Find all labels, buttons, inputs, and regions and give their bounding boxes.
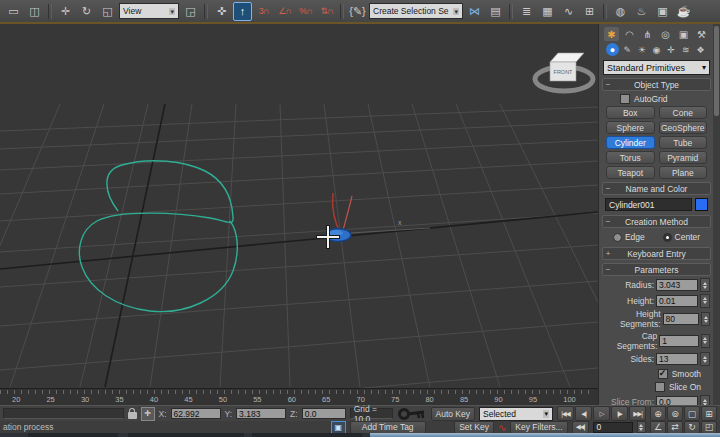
percent-snap-icon[interactable]: %∩ (296, 2, 315, 21)
param-spinner[interactable] (700, 395, 710, 405)
toolbar-separator[interactable] (603, 3, 607, 20)
edge-radio[interactable]: Edge (613, 232, 645, 242)
keyboard-entry-rollout-header[interactable]: + Keyboard Entry (602, 247, 711, 260)
material-editor-icon[interactable]: ◍ (611, 2, 630, 21)
isolate-selection-toggle[interactable]: ▣ (331, 421, 346, 434)
selection-filter-dropdown[interactable]: Selected (479, 407, 553, 421)
scene-explorer-icon[interactable]: ▦ (538, 2, 557, 21)
go-to-start-button[interactable]: |◀◀ (557, 406, 574, 421)
play-button[interactable]: ▷ (593, 406, 610, 421)
panel-scrollbar-thumb[interactable] (714, 26, 719, 116)
snap-toggle-3d-icon[interactable]: 3∩ (254, 2, 273, 21)
param-value-field[interactable]: 80 (663, 313, 700, 325)
param-value-field[interactable]: 1 (659, 335, 698, 347)
field-of-view-icon[interactable]: ∠ (650, 421, 666, 434)
align-icon[interactable]: ▤ (486, 2, 505, 21)
new-key-settings-icon[interactable]: ∿ (498, 422, 506, 433)
create-tab[interactable]: ✱ (604, 27, 619, 41)
param-spinner[interactable] (700, 352, 710, 366)
select-and-rotate-icon[interactable]: ↻ (77, 2, 96, 21)
param-spinner[interactable] (701, 312, 710, 326)
geosphere-button[interactable]: GeoSphere (659, 121, 708, 134)
param-spinner[interactable] (700, 294, 710, 308)
maximize-viewport-icon[interactable]: ◰ (701, 421, 717, 434)
previous-frame-button[interactable]: ◀| (575, 406, 592, 421)
hierarchy-tab[interactable]: ⋔ (640, 27, 655, 41)
rendered-frame-window-icon[interactable]: ▣ (653, 2, 672, 21)
render-setup-icon[interactable]: ♨ (632, 2, 651, 21)
rectangular-selection-region-icon[interactable]: ▭ (4, 2, 23, 21)
cone-button[interactable]: Cone (659, 106, 708, 119)
rollout-toggle[interactable]: − (603, 80, 613, 89)
time-slider[interactable]: 20253035404550556065707580859095100 (0, 388, 598, 405)
schematic-view-icon[interactable]: ⊞ (580, 2, 599, 21)
absolute-mode-transform-icon[interactable]: ✛ (141, 407, 155, 421)
status-line-field[interactable] (3, 408, 124, 419)
select-and-move-icon[interactable]: ✛ (56, 2, 75, 21)
object-color-swatch[interactable] (695, 198, 708, 211)
toolbar-separator[interactable] (509, 3, 513, 20)
go-to-end-button[interactable]: ▶▶| (629, 406, 646, 421)
lights-category-icon[interactable]: ☀ (635, 43, 648, 56)
shapes-category-icon[interactable]: ✎ (621, 43, 634, 56)
center-radio[interactable]: Center (663, 232, 701, 242)
toolbar-separator[interactable] (340, 3, 344, 20)
pan-icon[interactable]: ⇄ (667, 421, 683, 434)
toolbar-separator[interactable] (204, 3, 208, 20)
curve-editor-icon[interactable]: ∿ (559, 2, 578, 21)
reference-coordinate-dropdown[interactable]: View (119, 3, 179, 19)
center-radio-dot[interactable] (663, 233, 672, 242)
torus-button[interactable]: Torus (606, 151, 655, 164)
create-selection-set-dropdown[interactable]: Create Selection Se (369, 3, 463, 19)
tube-button[interactable]: Tube (659, 136, 708, 149)
select-and-manipulate-icon[interactable]: ✜ (212, 2, 231, 21)
motion-tab[interactable]: ◎ (658, 27, 673, 41)
rollout-toggle[interactable]: − (603, 184, 613, 193)
zoom-extents-all-icon[interactable]: ⊞ (701, 406, 717, 421)
viewcube[interactable]: FRONT (535, 53, 593, 91)
cameras-category-icon[interactable]: ◉ (650, 43, 663, 56)
autogrid-checkbox[interactable] (620, 94, 630, 104)
rollout-toggle[interactable]: + (603, 249, 613, 258)
next-frame-button[interactable]: |▶ (611, 406, 628, 421)
key-mode-toggle-button[interactable]: ◀◀| (572, 421, 589, 434)
plane-button[interactable]: Plane (659, 166, 708, 179)
layer-manager-icon[interactable]: ≣ (517, 2, 536, 21)
edit-named-selection-sets-icon[interactable]: {✎} (348, 2, 367, 21)
window-crossing-toggle-icon[interactable]: ◫ (25, 2, 44, 21)
key-filters-button[interactable]: Key Filters... (510, 421, 567, 434)
param-spinner[interactable] (700, 278, 710, 292)
modify-tab[interactable]: ◠ (622, 27, 637, 41)
object-type-rollout-header[interactable]: − Object Type (602, 78, 711, 91)
mirror-icon[interactable]: ⋈ (465, 2, 484, 21)
cylinder-button[interactable]: Cylinder (606, 136, 655, 149)
frame-spinner[interactable] (637, 421, 646, 433)
set-key-button[interactable]: Set Key (454, 421, 494, 434)
helpers-category-icon[interactable]: ✛ (665, 43, 678, 56)
current-frame-field[interactable]: 0 (593, 422, 633, 433)
spacewarps-category-icon[interactable]: ≋ (679, 43, 692, 56)
param-value-field[interactable]: 13 (656, 353, 698, 365)
select-and-scale-icon[interactable]: ◱ (98, 2, 117, 21)
geometry-category-icon[interactable]: ● (606, 43, 619, 56)
toolbar-separator[interactable] (48, 3, 52, 20)
display-tab[interactable]: ▣ (676, 27, 691, 41)
panel-scrollbar[interactable] (713, 24, 720, 405)
pyramid-button[interactable]: Pyramid (659, 151, 708, 164)
y-coordinate-field[interactable]: 3.183 (236, 408, 286, 419)
selection-lock-icon[interactable] (128, 412, 137, 419)
zoom-extents-icon[interactable]: ▢ (684, 406, 700, 421)
rollout-toggle[interactable]: − (603, 265, 613, 274)
teapot-button[interactable]: Teapot (606, 166, 655, 179)
z-coordinate-field[interactable]: 0.0 (302, 408, 346, 419)
smooth-checkbox[interactable] (658, 369, 668, 379)
slice-on-checkbox[interactable] (655, 382, 665, 392)
name-and-color-rollout-header[interactable]: − Name and Color (602, 182, 711, 195)
object-name-field[interactable]: Cylinder001 (605, 198, 692, 211)
video-progress-bar[interactable] (0, 433, 720, 437)
add-time-tag-button[interactable]: Add Time Tag (350, 421, 426, 434)
edge-radio-dot[interactable] (613, 233, 622, 242)
systems-category-icon[interactable]: ❖ (694, 43, 707, 56)
primitive-category-dropdown[interactable]: Standard Primitives (603, 60, 710, 75)
angle-snap-icon[interactable]: ∠∩ (275, 2, 294, 21)
